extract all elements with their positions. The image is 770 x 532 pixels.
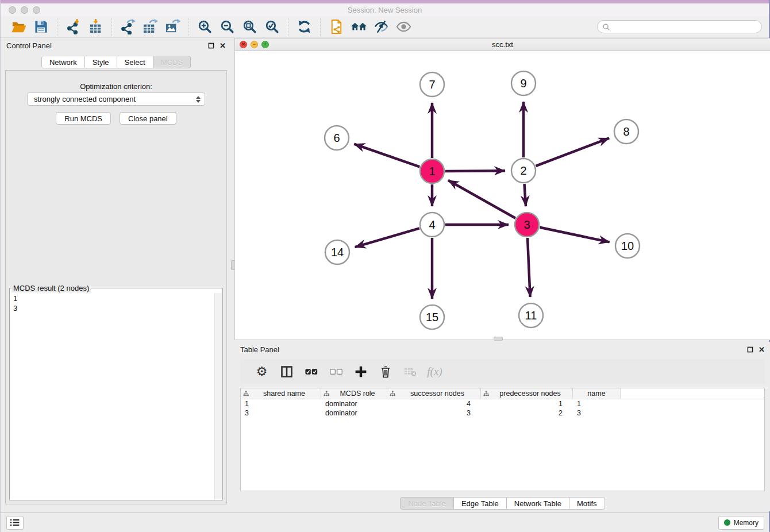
list-icon: [10, 518, 20, 527]
node-label: 1: [429, 165, 435, 178]
network-canvas[interactable]: 7968124314101511: [235, 51, 770, 340]
column-header-predecessor-nodes[interactable]: predecessor nodes: [481, 388, 573, 399]
edge-1-6[interactable]: [354, 144, 419, 167]
columns-icon[interactable]: [278, 363, 295, 380]
node-label: 7: [429, 78, 435, 91]
close-panel-button[interactable]: Close panel: [120, 112, 176, 125]
node-14[interactable]: 14: [325, 240, 349, 264]
node-label: 4: [429, 218, 435, 231]
node-2[interactable]: 2: [511, 159, 536, 183]
node-6[interactable]: 6: [325, 126, 349, 150]
horizontal-splitter-handle[interactable]: [494, 337, 503, 341]
cell[interactable]: 3: [387, 408, 481, 418]
node-label: 11: [525, 309, 537, 322]
hide-selected-icon[interactable]: [372, 18, 390, 36]
column-header-name[interactable]: name: [573, 388, 621, 399]
close-table-panel-icon[interactable]: ✕: [759, 346, 765, 353]
zoom-selected-icon[interactable]: [263, 18, 281, 36]
export-image-icon[interactable]: [164, 18, 182, 36]
float-panel-icon[interactable]: [208, 43, 214, 49]
window-title: Session: New Session: [1, 6, 769, 14]
delete-column-icon[interactable]: [376, 363, 394, 380]
node-3[interactable]: 3: [515, 213, 539, 237]
cell[interactable]: 2: [481, 408, 573, 418]
clone-network-icon[interactable]: [328, 18, 345, 36]
edge-2-8[interactable]: [536, 138, 610, 165]
node-15[interactable]: 15: [420, 305, 444, 329]
cell[interactable]: 3: [573, 408, 621, 418]
search-input[interactable]: [613, 23, 757, 31]
gear-icon[interactable]: ⚙: [253, 363, 271, 380]
toolbar-separator: [188, 18, 189, 36]
search-icon: [602, 23, 610, 31]
tab-edge-table[interactable]: Edge Table: [453, 497, 507, 510]
node-4[interactable]: 4: [420, 213, 444, 237]
node-label: 8: [623, 125, 629, 138]
export-network-icon[interactable]: [119, 18, 137, 36]
zoom-out-icon[interactable]: [218, 18, 236, 36]
save-session-icon[interactable]: [32, 18, 50, 36]
node-label: 2: [520, 164, 526, 177]
zoom-fit-icon[interactable]: [241, 18, 259, 36]
cell[interactable]: 3: [241, 408, 321, 418]
select-arrows-icon: [196, 96, 201, 103]
node-8[interactable]: 8: [614, 119, 638, 144]
cell[interactable]: 1: [573, 399, 621, 408]
show-all-icon: [395, 18, 413, 36]
mcds-result-list: 13: [10, 292, 222, 314]
task-history-button[interactable]: [6, 516, 24, 530]
edge-1-2[interactable]: [445, 171, 505, 171]
criterion-select[interactable]: strongly connected component: [27, 92, 205, 106]
first-neighbors-icon[interactable]: [350, 18, 368, 36]
tab-network-table[interactable]: Network Table: [506, 497, 569, 510]
column-header-shared-name[interactable]: shared name: [241, 388, 321, 399]
zoom-in-icon[interactable]: [196, 18, 214, 36]
node-7[interactable]: 7: [420, 72, 444, 97]
mcds-result-item: 3: [13, 303, 219, 313]
cell[interactable]: dominator: [321, 408, 387, 418]
unselect-all-icon[interactable]: [327, 363, 345, 380]
export-table-icon[interactable]: [141, 18, 159, 36]
node-11[interactable]: 11: [519, 303, 543, 327]
select-all-icon[interactable]: [302, 363, 320, 380]
refresh-icon[interactable]: [295, 18, 313, 36]
cell[interactable]: dominator: [321, 399, 387, 408]
node-1[interactable]: 1: [420, 159, 444, 183]
search-box[interactable]: [597, 20, 762, 33]
open-session-icon[interactable]: [10, 18, 28, 36]
table-row[interactable]: 1dominator411: [241, 399, 764, 408]
run-mcds-button[interactable]: Run MCDS: [56, 112, 111, 125]
edge-3-11[interactable]: [528, 238, 530, 297]
result-scrollbar[interactable]: [214, 293, 222, 499]
cell[interactable]: 1: [241, 399, 321, 408]
tab-node-table[interactable]: Node Table: [400, 497, 454, 510]
optimization-criterion-label: Optimization criterion:: [6, 82, 226, 91]
import-network-icon[interactable]: [64, 18, 82, 36]
import-table-icon[interactable]: [87, 18, 105, 36]
tab-style[interactable]: Style: [84, 56, 117, 68]
column-header-successor-nodes[interactable]: successor nodes: [387, 388, 481, 399]
column-header-mcds-role[interactable]: MCDS role: [321, 388, 387, 399]
table-panel-header: Table Panel ✕: [234, 342, 770, 357]
cell[interactable]: 1: [481, 399, 573, 408]
tab-motifs[interactable]: Motifs: [569, 497, 605, 510]
node-10[interactable]: 10: [615, 234, 640, 258]
edge-3-1[interactable]: [448, 180, 515, 218]
edge-3-10[interactable]: [540, 228, 610, 242]
tab-mcds[interactable]: MCDS: [153, 56, 191, 68]
edge-4-14[interactable]: [355, 228, 419, 247]
close-panel-icon[interactable]: ✕: [220, 42, 226, 49]
node-label: 15: [426, 311, 438, 323]
table-tabs: Node TableEdge TableNetwork TableMotifs: [234, 497, 770, 510]
tab-network[interactable]: Network: [41, 56, 85, 68]
tab-select[interactable]: Select: [117, 56, 153, 68]
add-column-icon[interactable]: [352, 363, 369, 380]
table-panel: Table Panel ✕ ⚙f(x) shared nameMCDS role…: [234, 342, 770, 511]
cell[interactable]: 4: [387, 399, 481, 408]
memory-button[interactable]: Memory: [718, 516, 764, 530]
table-row[interactable]: 3dominator323: [241, 408, 764, 418]
float-table-panel-icon[interactable]: [747, 346, 753, 353]
edge-2-3[interactable]: [525, 184, 526, 206]
node-9[interactable]: 9: [511, 71, 536, 95]
application-window: Session: New Session Control Panel ✕ Net…: [0, 0, 770, 532]
